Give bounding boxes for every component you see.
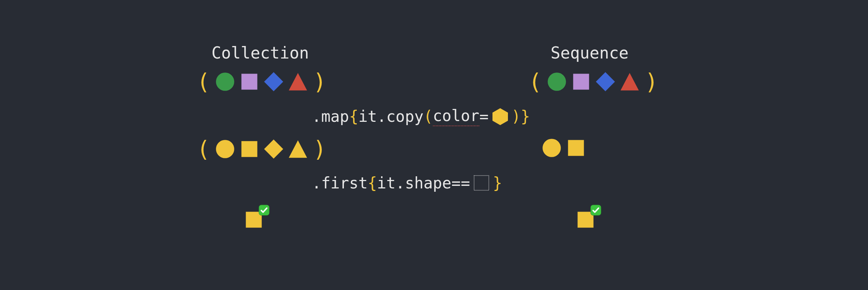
brace-close: } bbox=[521, 107, 530, 125]
svg-marker-2 bbox=[264, 72, 283, 91]
it: it bbox=[377, 174, 396, 192]
brace-close: } bbox=[493, 174, 502, 192]
collection-input-row: ( ) bbox=[196, 71, 327, 93]
dot: . bbox=[312, 107, 321, 125]
circle-icon bbox=[542, 138, 562, 158]
sequence-input-row: ( ) bbox=[528, 71, 659, 93]
lparen: ( bbox=[423, 107, 433, 125]
triangle-icon bbox=[620, 72, 640, 92]
sequence-result bbox=[576, 210, 598, 232]
collection-mapped-row: ( ) bbox=[196, 138, 327, 160]
check-icon bbox=[590, 205, 601, 216]
it: it bbox=[358, 107, 377, 125]
paren-close-icon: ) bbox=[312, 138, 327, 160]
diamond-icon bbox=[264, 139, 284, 159]
svg-rect-15 bbox=[474, 176, 489, 190]
hexagon-icon bbox=[491, 107, 509, 126]
check-icon bbox=[259, 205, 270, 216]
square-icon bbox=[566, 138, 586, 158]
fn-copy: copy bbox=[386, 107, 423, 125]
diamond-icon bbox=[264, 72, 284, 92]
svg-rect-10 bbox=[242, 141, 257, 157]
svg-point-13 bbox=[542, 139, 561, 157]
circle-icon bbox=[215, 139, 235, 159]
diamond-icon bbox=[595, 72, 615, 92]
brace-open: { bbox=[368, 174, 377, 192]
heading-collection: Collection bbox=[211, 43, 309, 62]
eq: = bbox=[479, 107, 488, 125]
triangle-icon bbox=[288, 72, 308, 92]
fn-first: first bbox=[321, 174, 367, 192]
svg-rect-14 bbox=[568, 140, 584, 156]
svg-marker-6 bbox=[596, 72, 615, 91]
svg-marker-7 bbox=[620, 73, 639, 91]
square-icon bbox=[239, 139, 259, 159]
circle-icon bbox=[215, 72, 235, 92]
code-map-line: . map { it . copy ( color = ) } bbox=[312, 107, 530, 126]
svg-marker-12 bbox=[289, 140, 307, 158]
sequence-mapped-row bbox=[542, 138, 586, 158]
brace-open: { bbox=[349, 107, 358, 125]
paren-close-icon: ) bbox=[312, 71, 327, 93]
paren-close-icon: ) bbox=[644, 71, 659, 93]
square-outline-icon bbox=[472, 174, 491, 192]
svg-point-4 bbox=[548, 72, 566, 91]
collection-result bbox=[244, 210, 266, 232]
square-icon bbox=[571, 72, 591, 92]
square-icon bbox=[239, 72, 259, 92]
svg-marker-8 bbox=[492, 108, 508, 125]
code-first-line: . first { it . shape == } bbox=[312, 174, 502, 192]
svg-rect-1 bbox=[242, 74, 257, 89]
svg-marker-11 bbox=[264, 139, 283, 159]
heading-sequence: Sequence bbox=[551, 43, 629, 62]
svg-rect-5 bbox=[573, 74, 589, 89]
rparen: ) bbox=[512, 107, 521, 125]
dot: . bbox=[377, 107, 386, 125]
svg-point-9 bbox=[216, 140, 234, 158]
dot: . bbox=[396, 174, 405, 192]
paren-open-icon: ( bbox=[528, 71, 542, 93]
svg-marker-3 bbox=[289, 73, 307, 91]
circle-icon bbox=[547, 72, 567, 92]
svg-point-0 bbox=[216, 72, 234, 91]
prop-shape: shape bbox=[405, 174, 451, 192]
paren-open-icon: ( bbox=[196, 138, 211, 160]
dot: . bbox=[312, 174, 321, 192]
eqeq: == bbox=[451, 174, 470, 192]
fn-map: map bbox=[321, 107, 349, 125]
arg-color: color bbox=[433, 107, 479, 126]
paren-open-icon: ( bbox=[196, 71, 211, 93]
triangle-icon bbox=[288, 139, 308, 159]
